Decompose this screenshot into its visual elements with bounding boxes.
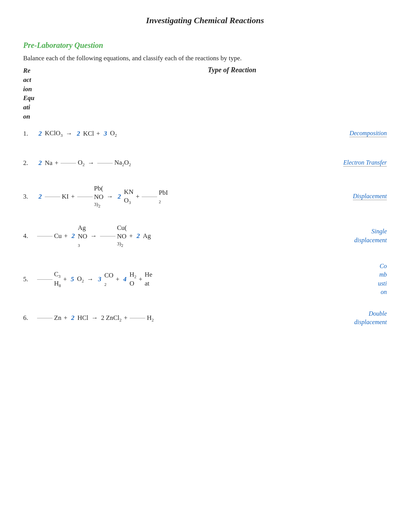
section-title: Pre-Laboratory Question [23,41,387,50]
coeff-3a: 2 [37,193,43,201]
plus-3b: + [136,193,140,201]
equation-3: 2 KI + Pb( NO 3)2 → 2 KN O3 + PbI 2 [37,184,310,209]
coeff-6a: 2 [69,314,76,322]
species-AgNO3: Ag NO 3 [78,224,87,248]
species-Zn: Zn [54,314,61,322]
coeff-4a: 2 [70,232,76,240]
plus-4a: + [64,232,68,240]
species-O2-2: O2 [78,159,85,167]
arrow-3: → [107,193,113,201]
reaction-row-2: 2. 2 Na + O2 → Na2O2 Electron Transfer [23,154,387,172]
species-Na2O2: Na2O2 [114,159,131,167]
reaction-row-5: 5. C3 H8 + 5 O2 → 3 CO 2 + 4 H2 O + He a… [23,262,387,297]
row-number-5: 5. [23,275,37,283]
coeff-1a: 2 [37,130,43,138]
species-heat: He at [145,270,152,287]
blank-3a [45,196,60,197]
coeff-3b: 2 [116,193,122,201]
coeff-1c: 3 [102,130,108,138]
reaction-row-1: 1. 2 KClO3 → 2 KCl + 3 O2 Decomposition [23,124,387,143]
blank-6b [130,318,145,318]
arrow-1: → [66,130,72,138]
species-Na: Na [45,159,53,167]
species-KNO3: KN O3 [124,188,134,206]
coeff-4b: 2 [135,232,141,240]
equation-6: Zn + 2 HCl → 2 ZnCl2 + H2 [37,314,310,322]
species-KCl: KCl [83,130,94,138]
row-number-4: 4. [23,232,37,240]
reaction-row-3: 3. 2 KI + Pb( NO 3)2 → 2 KN O3 + PbI 2 D… [23,183,387,210]
species-PbI2: PbI 2 [159,189,168,204]
page-title: Investigating Chemical Reactions [23,15,387,25]
row-number-2: 2. [23,159,37,167]
blank-4a [37,236,53,236]
arrow-4: → [90,232,97,240]
col-type-header: Type of Reaction [77,66,387,121]
plus-1: + [96,130,100,138]
blank-4b [100,236,115,236]
plus-3a: + [71,193,75,201]
species-C3H8: C3 H8 [54,270,61,288]
blank-6a [37,318,53,318]
type-label-6: Doubledisplacement [310,309,387,327]
row-number-6: 6. [23,314,37,322]
species-PbNO3: Pb( NO 3)2 [94,184,104,209]
species-Cu: Cu [54,232,62,240]
row-number-1: 1. [23,130,37,138]
blank-2a [61,163,76,163]
plus-6a: + [64,314,68,322]
plus-2a: + [55,159,59,167]
species-H2-6: H2 [147,314,154,322]
arrow-6: → [91,314,98,322]
coeff-5a: 5 [69,275,75,283]
species-KI: KI [62,193,69,201]
reaction-row-4: 4. Cu + 2 Ag NO 3 → Cu( NO 3)2 + 2 Ag Si… [23,223,387,250]
equation-2: 2 Na + O2 → Na2O2 [37,159,310,167]
blank-3b [77,196,93,197]
coeff-1b: 2 [75,130,81,138]
reaction-row-6: 6. Zn + 2 HCl → 2 ZnCl2 + H2 Doubledispl… [23,309,387,327]
type-label-3: Displacement [310,193,387,200]
blank-2b [97,163,113,163]
species-ZnCl2: ZnCl2 [106,314,121,322]
species-HCl: HCl [77,314,88,322]
equation-4: Cu + 2 Ag NO 3 → Cu( NO 3)2 + 2 Ag [37,224,310,248]
intro-text: Balance each of the following equations,… [23,54,387,62]
coeff-5c: 4 [122,275,128,283]
species-H2O: H2 O [129,270,136,288]
col-reaction-header: ReactionEquation [23,66,77,121]
arrow-2: → [88,159,94,167]
plus-4b: + [129,232,133,240]
plus-5c: + [139,275,142,283]
species-O2-5: O2 [77,275,84,283]
species-CO2: CO 2 [104,271,114,287]
species-CuNO3: Cu( NO 3)2 [117,224,127,248]
blank-5a [37,279,53,280]
coeff-5b: 3 [97,275,103,283]
coeff-6b: 2 [101,314,105,322]
type-label-1: Decomposition [310,130,387,137]
coeff-2a: 2 [37,159,43,167]
type-label-4: Singledisplacement [310,227,387,245]
equation-1: 2 KClO3 → 2 KCl + 3 O2 [37,129,310,138]
plus-6b: + [124,314,128,322]
species-KClO3: KClO3 [45,129,63,138]
species-O2-1: O2 [110,129,117,138]
blank-3c [142,196,157,197]
equation-5: C3 H8 + 5 O2 → 3 CO 2 + 4 H2 O + He at [37,270,310,288]
type-label-2: Electron Transfer [310,159,387,167]
arrow-5: → [87,275,93,283]
type-label-5: Combustion [310,262,387,297]
row-number-3: 3. [23,193,37,201]
plus-5b: + [116,275,120,283]
species-Ag: Ag [143,232,151,240]
plus-5a: + [63,275,67,283]
